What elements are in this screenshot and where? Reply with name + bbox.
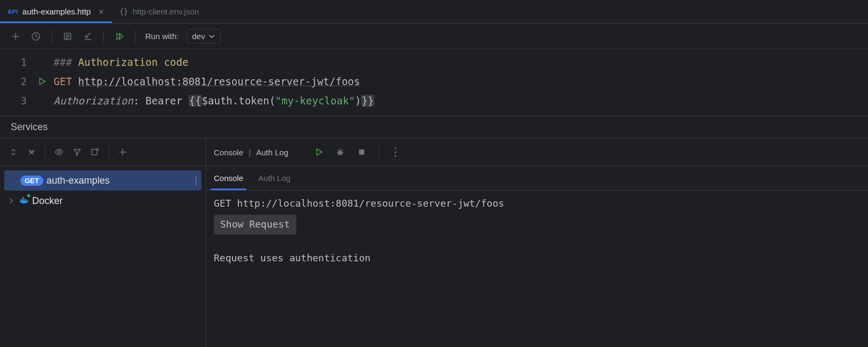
chevron-right-icon: [6, 198, 16, 204]
run-with-label: Run with:: [145, 32, 179, 41]
code-line: 3Authorization: Bearer {{$auth.token("my…: [0, 91, 868, 110]
svg-rect-7: [23, 197, 24, 199]
separator: [109, 146, 109, 159]
docker-icon: [19, 195, 29, 207]
services-panel: Services: [0, 116, 868, 347]
collapse-icon[interactable]: [23, 143, 41, 161]
tab-label: Console: [214, 174, 243, 183]
expand-collapse-icon[interactable]: [4, 143, 23, 161]
services-left-pane: GET auth-examples | Docker: [0, 138, 206, 347]
chevron-down-icon: [208, 33, 215, 40]
debug-icon[interactable]: [331, 143, 349, 161]
console-auth-line: Request uses authentication: [214, 251, 860, 266]
tab-label: Auth Log: [258, 174, 290, 183]
code-line: 1### Authorization code: [0, 52, 868, 72]
line-number: 2: [0, 72, 32, 91]
editor-toolbar: Run with: dev: [0, 24, 868, 49]
close-icon[interactable]: ✕: [98, 8, 104, 16]
new-session-icon[interactable]: [86, 143, 104, 161]
services-toolbar: [0, 138, 206, 166]
tab-auth-examples[interactable]: API auth-examples.http ✕: [0, 0, 112, 23]
tree-item-request[interactable]: GET auth-examples |: [4, 170, 201, 191]
svg-point-2: [58, 151, 60, 153]
code-content[interactable]: Authorization: Bearer {{$auth.token("my-…: [51, 91, 868, 110]
separator: [378, 146, 379, 159]
tree-label: Docker: [32, 195, 63, 207]
separator: [135, 30, 136, 43]
code-line: 2GET http://localhost:8081/resource-serv…: [0, 72, 868, 91]
separator: [45, 146, 46, 159]
console-tabs: Console Auth Log: [206, 166, 868, 191]
services-title: Services: [0, 116, 868, 138]
add-icon[interactable]: [6, 27, 25, 46]
console-request-line: GET http://localhost:8081/resource-serve…: [214, 196, 860, 212]
code-content[interactable]: GET http://localhost:8081/resource-serve…: [51, 72, 868, 91]
api-icon: API: [8, 9, 18, 15]
env-selected: dev: [192, 32, 205, 41]
svg-rect-5: [23, 199, 24, 201]
tab-label: http-client.env.json: [132, 7, 199, 16]
console-label-b: Auth Log: [256, 148, 288, 157]
method-badge: GET: [20, 176, 43, 186]
tab-console[interactable]: Console: [214, 166, 243, 190]
tab-label: auth-examples.http: [23, 7, 91, 16]
tree-label: auth-examples: [47, 175, 110, 186]
filter-icon[interactable]: [68, 143, 86, 161]
console-label-a: Console: [214, 148, 243, 157]
env-dropdown[interactable]: dev: [186, 29, 221, 43]
json-icon: [119, 7, 128, 16]
show-icon[interactable]: [50, 143, 68, 161]
run-all-icon[interactable]: [110, 27, 129, 46]
console-toolbar: Console | Auth Log ⋮: [206, 138, 868, 166]
import-icon[interactable]: [79, 27, 97, 46]
services-tree: GET auth-examples | Docker: [0, 166, 206, 215]
line-number: 3: [0, 91, 32, 110]
show-request-button[interactable]: Show Request: [214, 215, 296, 235]
separator: [103, 30, 104, 43]
tab-auth-log[interactable]: Auth Log: [258, 166, 290, 190]
tree-item-docker[interactable]: Docker: [0, 191, 206, 211]
code-editor[interactable]: 1### Authorization code2GET http://local…: [0, 49, 868, 110]
separator: [51, 30, 52, 43]
svg-rect-9: [359, 149, 364, 155]
run-line-icon[interactable]: [32, 77, 51, 86]
code-content[interactable]: ### Authorization code: [51, 52, 868, 72]
stop-icon[interactable]: [353, 143, 371, 161]
more-icon[interactable]: ⋮: [386, 143, 405, 161]
svg-rect-4: [20, 199, 22, 201]
add-service-icon[interactable]: [114, 143, 132, 161]
console-output[interactable]: GET http://localhost:8081/resource-serve…: [206, 191, 868, 347]
examples-icon[interactable]: [58, 27, 77, 46]
history-icon[interactable]: [27, 27, 45, 46]
line-number: 1: [0, 52, 32, 72]
run-icon[interactable]: [310, 143, 328, 161]
pipe-separator: |: [249, 148, 251, 157]
tab-http-client-env[interactable]: http-client.env.json: [112, 0, 206, 23]
services-right-pane: Console | Auth Log ⋮: [206, 138, 868, 347]
svg-rect-6: [25, 199, 26, 201]
svg-rect-3: [92, 149, 97, 155]
editor-tabs: API auth-examples.http ✕ http-client.env…: [0, 0, 868, 24]
caret-icon: |: [194, 175, 197, 186]
